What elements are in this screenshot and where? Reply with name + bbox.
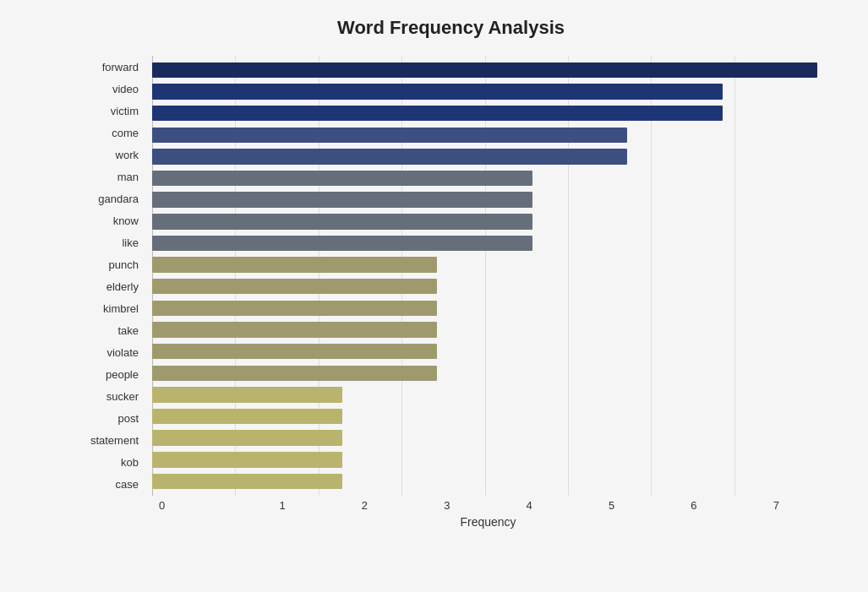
y-label: statement xyxy=(85,430,145,452)
bar xyxy=(152,430,342,445)
bar-row xyxy=(152,362,817,384)
y-label: man xyxy=(85,166,145,187)
bar-row xyxy=(152,405,817,427)
y-label: like xyxy=(85,231,145,253)
y-label: case xyxy=(85,474,145,496)
bar xyxy=(152,84,723,99)
x-tick-label: 7 xyxy=(735,499,817,512)
bar-row xyxy=(152,81,817,103)
bar-row xyxy=(152,427,817,449)
x-tick-label: 1 xyxy=(241,499,323,512)
y-label: punch xyxy=(85,253,145,275)
y-label: violate xyxy=(85,342,145,364)
bar-row xyxy=(152,146,817,168)
bar-row xyxy=(152,59,817,81)
bar xyxy=(152,62,817,78)
bar xyxy=(152,452,342,467)
x-tick-label: 5 xyxy=(570,499,652,512)
x-axis-label: Frequency xyxy=(460,515,516,529)
y-label: work xyxy=(85,144,145,166)
bar-row xyxy=(152,340,817,362)
x-tick-label: 6 xyxy=(652,499,734,512)
bar-row xyxy=(152,167,817,189)
x-tick-label: 2 xyxy=(324,499,406,512)
bar xyxy=(152,301,437,316)
bar-row xyxy=(152,232,817,254)
bar-row xyxy=(152,319,817,341)
bar xyxy=(152,171,532,186)
y-label: forward xyxy=(85,56,145,78)
bar-row xyxy=(152,102,817,124)
y-label: take xyxy=(85,320,145,342)
y-label: people xyxy=(85,364,145,386)
y-label: kob xyxy=(85,452,145,474)
bar xyxy=(152,474,342,489)
x-tick-label: 4 xyxy=(489,499,570,512)
bar-row xyxy=(152,275,817,297)
y-axis-labels: forwardvideovictimcomeworkmangandaraknow… xyxy=(85,56,152,496)
x-tick-label: 3 xyxy=(406,499,488,512)
y-label: sucker xyxy=(85,386,145,408)
bar xyxy=(152,322,437,337)
chart-title: Word Frequency Analysis xyxy=(85,17,817,39)
y-label: post xyxy=(85,408,145,430)
bar xyxy=(152,192,532,207)
bar xyxy=(152,409,342,424)
chart-container: Word Frequency Analysis forwardvideovict… xyxy=(0,0,868,592)
y-label: video xyxy=(85,78,145,100)
bar xyxy=(152,366,437,381)
y-label: come xyxy=(85,122,145,144)
bar-row xyxy=(152,470,817,492)
bar-row xyxy=(152,189,817,211)
bar-row xyxy=(152,449,817,471)
bar-row xyxy=(152,124,817,146)
bar-row xyxy=(152,210,817,232)
bar xyxy=(152,236,532,251)
y-label: know xyxy=(85,209,145,231)
y-label: elderly xyxy=(85,275,145,297)
bar xyxy=(152,257,437,272)
bar xyxy=(152,128,627,143)
bars-and-grid xyxy=(152,56,817,496)
bar xyxy=(152,344,437,359)
bar xyxy=(152,214,532,229)
y-label: gandara xyxy=(85,187,145,209)
bar xyxy=(152,106,723,121)
y-label: kimbrel xyxy=(85,298,145,320)
x-tick-label: 0 xyxy=(159,499,241,512)
bar-row xyxy=(152,384,817,406)
bar xyxy=(152,149,627,164)
bar-row xyxy=(152,254,817,276)
bar xyxy=(152,279,437,294)
bar-row xyxy=(152,297,817,319)
y-label: victim xyxy=(85,100,145,122)
bar xyxy=(152,387,342,402)
